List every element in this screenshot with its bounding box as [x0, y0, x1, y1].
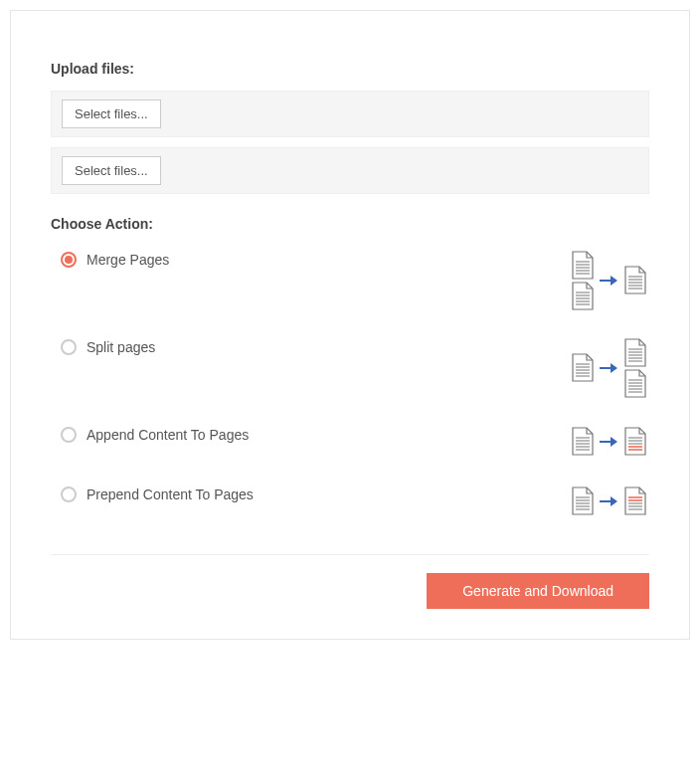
action-label-merge: Merge Pages	[87, 252, 169, 268]
split-icon	[570, 337, 649, 403]
action-left-split: Split pages	[61, 337, 155, 355]
append-icon	[570, 425, 649, 463]
action-label-prepend: Prepend Content To Pages	[87, 486, 254, 502]
upload-row-1: Select files...	[51, 91, 649, 137]
action-label-split: Split pages	[87, 339, 155, 355]
generate-download-button[interactable]: Generate and Download	[427, 573, 649, 609]
radio-merge[interactable]	[61, 252, 77, 268]
radio-append[interactable]	[61, 427, 77, 443]
action-left-append: Append Content To Pages	[61, 425, 249, 443]
form-panel: Upload files: Select files... Select fil…	[10, 10, 690, 640]
choose-action-label: Choose Action:	[51, 216, 649, 232]
action-row-append[interactable]: Append Content To Pages	[51, 415, 649, 475]
footer: Generate and Download	[51, 573, 649, 609]
select-files-button-2[interactable]: Select files...	[62, 156, 161, 185]
select-files-button-1[interactable]: Select files...	[62, 99, 161, 128]
upload-row-2: Select files...	[51, 147, 649, 194]
action-row-merge[interactable]: Merge Pages	[51, 240, 649, 327]
radio-prepend[interactable]	[61, 486, 77, 502]
merge-icon	[570, 250, 649, 315]
prepend-icon	[570, 485, 649, 522]
action-row-prepend[interactable]: Prepend Content To Pages	[51, 475, 649, 534]
upload-section-label: Upload files:	[51, 61, 649, 77]
action-label-append: Append Content To Pages	[87, 427, 249, 443]
action-left-merge: Merge Pages	[61, 250, 169, 268]
action-left-prepend: Prepend Content To Pages	[61, 485, 254, 502]
divider	[51, 554, 649, 555]
radio-split[interactable]	[61, 339, 77, 355]
action-row-split[interactable]: Split pages	[51, 327, 649, 415]
